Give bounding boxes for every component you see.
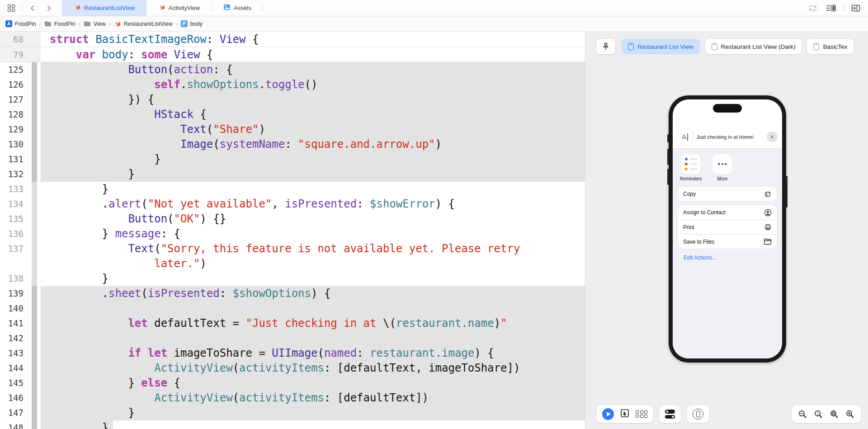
line-number[interactable]: 144 <box>0 361 28 376</box>
close-icon[interactable]: ✕ <box>767 132 778 142</box>
line-number[interactable]: 130 <box>0 137 28 152</box>
code-line[interactable]: later.") <box>0 256 585 271</box>
code-line[interactable]: 137Text("Sorry, this feature is not avai… <box>0 241 585 256</box>
preview-chip[interactable]: BasicTex <box>807 39 854 54</box>
code-line[interactable]: 130Image(systemName: "square.and.arrow.u… <box>0 137 585 152</box>
share-app-more[interactable]: More <box>711 154 734 181</box>
add-editor-icon[interactable] <box>850 2 862 14</box>
share-action-row[interactable]: Assign to Contact <box>678 205 777 220</box>
focus-ribbon <box>28 286 41 301</box>
picon-icon: P <box>181 20 188 27</box>
line-number[interactable]: 142 <box>0 331 28 346</box>
breadcrumb-item-view[interactable]: View <box>84 21 106 27</box>
zoom-fit-icon[interactable] <box>830 410 839 419</box>
code-line[interactable]: 136} message: { <box>0 226 585 241</box>
code-line[interactable]: 147} <box>0 405 585 420</box>
code-line[interactable]: 138} <box>0 271 585 286</box>
line-number[interactable]: 138 <box>0 271 28 286</box>
source-editor[interactable]: 68struct BasicTextImageRow: View {79var … <box>0 32 585 429</box>
focus-ribbon <box>28 182 41 197</box>
breadcrumb-item-foodpin[interactable]: FoodPin <box>44 21 75 27</box>
code-line[interactable]: 128HStack { <box>0 107 585 122</box>
swift-icon <box>114 20 121 28</box>
line-number[interactable]: 68 <box>0 32 28 47</box>
line-number[interactable]: 132 <box>0 167 28 182</box>
breadcrumb-item-restaurantlistview[interactable]: RestaurantListView <box>114 20 172 28</box>
line-number[interactable]: 79 <box>0 47 28 62</box>
line-number[interactable]: 137 <box>0 241 28 256</box>
breadcrumb-item-body[interactable]: Pbody <box>181 20 203 27</box>
code-line[interactable]: 132} <box>0 167 585 182</box>
code-line[interactable]: 68struct BasicTextImageRow: View { <box>0 32 585 47</box>
preview-chip[interactable]: Restaurant List View (Dark) <box>705 39 802 54</box>
zoom-out-icon[interactable] <box>798 410 807 419</box>
line-number[interactable]: 135 <box>0 212 28 226</box>
line-number[interactable]: 141 <box>0 316 28 331</box>
code-line[interactable]: 135Button("OK") {} <box>0 212 585 226</box>
tab-activityview[interactable]: ActivityView <box>146 0 212 16</box>
code-line[interactable]: 141let defaultText = "Just checking in a… <box>0 316 585 331</box>
live-preview-icon[interactable] <box>602 408 614 420</box>
tab-assets[interactable]: Assets <box>212 0 263 16</box>
line-number[interactable]: 125 <box>0 62 28 77</box>
preview-device-button[interactable] <box>687 405 709 423</box>
xcode-window: RestaurantListViewActivityViewAssets <box>0 0 868 429</box>
line-number[interactable]: 136 <box>0 226 28 241</box>
line-number[interactable]: 133 <box>0 182 28 197</box>
share-action-row[interactable]: Print <box>678 220 777 234</box>
line-number[interactable]: 145 <box>0 376 28 391</box>
code-line[interactable]: 144ActivityView(activityItems: [defaultT… <box>0 361 585 376</box>
edit-actions-button[interactable]: Edit Actions... <box>684 255 782 261</box>
forward-button[interactable] <box>43 2 55 14</box>
line-number[interactable]: 146 <box>0 391 28 405</box>
code-line[interactable]: 129Text("Share") <box>0 122 585 137</box>
share-action-row[interactable]: Copy <box>678 187 777 201</box>
selectable-preview-icon[interactable] <box>620 409 629 420</box>
line-number[interactable]: 143 <box>0 346 28 361</box>
line-number[interactable]: 126 <box>0 77 28 92</box>
code-line[interactable]: 146ActivityView(activityItems: [defaultT… <box>0 391 585 405</box>
line-number[interactable]: 139 <box>0 286 28 301</box>
device-settings-button[interactable] <box>659 405 681 423</box>
zoom-in-icon[interactable] <box>846 410 854 419</box>
code-line[interactable]: 143if let imageToShare = UIImage(named: … <box>0 346 585 361</box>
line-number[interactable]: 140 <box>0 301 28 316</box>
preview-chip[interactable]: Restaurant List View <box>622 39 700 54</box>
share-app-reminders[interactable]: Reminders <box>679 154 703 181</box>
code-line[interactable]: 131} <box>0 152 585 167</box>
breadcrumb-chevron-icon: › <box>176 20 178 27</box>
code-line[interactable]: 79var body: some View { <box>0 47 585 62</box>
line-number[interactable]: 127 <box>0 92 28 107</box>
line-number[interactable]: 128 <box>0 107 28 122</box>
code-line[interactable]: 126self.showOptions.toggle() <box>0 77 585 92</box>
line-number[interactable] <box>0 256 28 271</box>
code-review-icon[interactable] <box>807 2 819 14</box>
focus-ribbon <box>28 152 41 167</box>
line-number[interactable]: 134 <box>0 197 28 212</box>
code-line[interactable]: 142 <box>0 331 585 346</box>
pin-preview-button[interactable] <box>596 39 615 54</box>
line-number[interactable]: 147 <box>0 405 28 420</box>
line-number[interactable]: 129 <box>0 122 28 137</box>
editor-options-icon[interactable] <box>825 2 837 14</box>
line-number[interactable]: 131 <box>0 152 28 167</box>
iphone-screen: A Just checking in at Homei ✕ RemindersM… <box>673 99 782 358</box>
zoom-actual-icon[interactable]: 1 <box>814 410 823 419</box>
code-line[interactable]: 145} else { <box>0 376 585 391</box>
code-line[interactable]: 134.alert("Not yet available", isPresent… <box>0 197 585 212</box>
code-line[interactable]: 139.sheet(isPresented: $showOptions) { <box>0 286 585 301</box>
volume-down-button <box>667 169 669 185</box>
code-line[interactable]: 133} <box>0 182 585 197</box>
code-line[interactable]: 125Button(action: { <box>0 62 585 77</box>
breadcrumb-item-foodpin[interactable]: AFoodPin <box>5 20 36 27</box>
tab-restaurantlistview[interactable]: RestaurantListView <box>62 0 146 16</box>
back-button[interactable] <box>27 2 38 14</box>
preview-variants-icon[interactable] <box>636 410 647 418</box>
code-line[interactable]: 140 <box>0 301 585 316</box>
editor-layout-icon[interactable] <box>5 2 17 14</box>
code-line[interactable]: 148} <box>0 420 585 429</box>
line-number[interactable]: 148 <box>0 420 28 429</box>
share-action-row[interactable]: Save to Files <box>678 234 777 249</box>
share-app-label: Reminders <box>680 176 702 181</box>
code-line[interactable]: 127}) { <box>0 92 585 107</box>
